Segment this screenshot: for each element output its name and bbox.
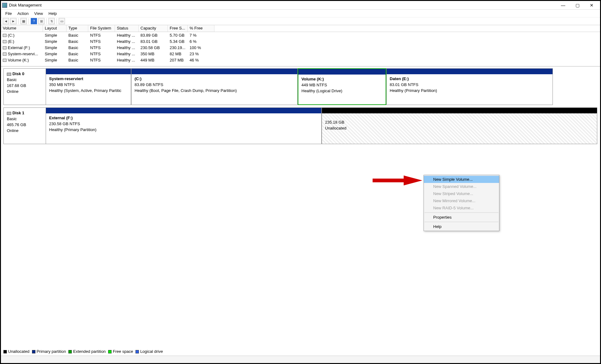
volume-list: Volume Layout Type File System Status Ca…: [1, 25, 600, 66]
disk-info[interactable]: Disk 0Basic167.68 GBOnline: [3, 68, 46, 105]
legend-unallocated-swatch: [3, 350, 7, 353]
partition[interactable]: (C:)83.89 GB NTFSHealthy (Boot, Page Fil…: [131, 68, 298, 105]
forward-button[interactable]: ►: [10, 18, 16, 24]
context-menu-separator: [424, 222, 498, 222]
partition-health: Healthy (Primary Partition): [49, 127, 318, 133]
partition-title: (C:): [135, 76, 294, 82]
volume-capacity: 83.01 GB: [139, 39, 168, 44]
legend-free-swatch: [108, 350, 112, 353]
volume-pct: 7 %: [188, 33, 214, 38]
context-menu-item: New Spanned Volume...: [424, 183, 499, 190]
col-freespace[interactable]: Free S...: [168, 25, 188, 32]
volume-row[interactable]: System-reservi...SimpleBasicNTFSHealthy …: [1, 51, 600, 57]
volume-name: (C:): [8, 33, 15, 38]
partition-color-bar: [322, 108, 597, 113]
refresh-button[interactable]: ↯: [48, 18, 55, 24]
close-button[interactable]: ✕: [585, 1, 599, 10]
volume-type: Basic: [67, 33, 88, 38]
volume-layout: Simple: [43, 39, 67, 44]
partition-health: Unallocated: [325, 125, 594, 131]
volume-pct: 6 %: [188, 39, 214, 44]
partition[interactable]: Volume (K:)449 MB NTFSHealthy (Logical D…: [298, 68, 386, 105]
volume-type: Basic: [67, 45, 88, 50]
partition[interactable]: System-reserviert350 MB NTFSHealthy (Sys…: [46, 68, 131, 105]
context-menu-item[interactable]: New Simple Volume...: [424, 176, 499, 183]
disk-row: Disk 0Basic167.68 GBOnlineSystem-reservi…: [3, 68, 598, 105]
col-type[interactable]: Type: [67, 25, 88, 32]
volume-name: System-reservi...: [8, 52, 38, 56]
volume-layout: Simple: [43, 33, 67, 38]
volume-row[interactable]: Volume (K:)SimpleBasicNTFSHealthy ...449…: [1, 57, 600, 63]
col-filesystem[interactable]: File System: [88, 25, 115, 32]
drive-icon: [3, 34, 7, 37]
context-menu-item: New RAID-5 Volume...: [424, 204, 499, 212]
volume-free: 82 MB: [168, 52, 188, 56]
drive-icon: [3, 40, 7, 43]
volume-layout: Simple: [43, 58, 67, 62]
volume-layout: Simple: [43, 52, 67, 56]
menu-action[interactable]: Action: [15, 11, 31, 16]
partition-health: Healthy (Boot, Page File, Crash Dump, Pr…: [135, 88, 294, 94]
drive-icon: [3, 46, 7, 49]
svg-marker-0: [373, 175, 422, 185]
volume-fs: NTFS: [88, 39, 115, 44]
properties-button[interactable]: ⊞: [38, 18, 44, 24]
volume-layout: Simple: [43, 45, 67, 50]
col-layout[interactable]: Layout: [43, 25, 67, 32]
back-button[interactable]: ◄: [3, 18, 9, 24]
menu-view[interactable]: View: [32, 11, 45, 16]
legend-logical-label: Logical drive: [140, 349, 163, 354]
volume-fs: NTFS: [88, 45, 115, 50]
partition[interactable]: External (F:)230.58 GB NTFSHealthy (Prim…: [46, 107, 322, 144]
volume-type: Basic: [67, 39, 88, 44]
volume-row[interactable]: (C:)SimpleBasicNTFSHealthy ...83.89 GB5.…: [1, 32, 600, 38]
context-menu-item[interactable]: Properties: [424, 214, 499, 221]
annotation-arrow-icon: [373, 175, 422, 185]
disk-icon: [7, 112, 11, 115]
legend-unallocated-label: Unallocated: [8, 349, 30, 354]
volume-row[interactable]: (E:)SimpleBasicNTFSHealthy ...83.01 GB5.…: [1, 38, 600, 44]
show-hide-tree-button[interactable]: ▦: [21, 18, 27, 24]
volume-name: External (F:): [8, 45, 30, 50]
col-pctfree[interactable]: % Free: [188, 25, 214, 32]
help-button[interactable]: ?: [31, 18, 37, 24]
volume-capacity: 230.58 GB: [139, 45, 168, 50]
volume-fs: NTFS: [88, 33, 115, 38]
context-menu-item[interactable]: Help: [424, 223, 499, 230]
context-menu-item: New Mirrored Volume...: [424, 197, 499, 204]
drive-icon: [3, 59, 7, 62]
partition[interactable]: Daten (E:)83.01 GB NTFSHealthy (Primary …: [386, 68, 553, 105]
status-bar: [1, 356, 600, 363]
partition-color-bar: [46, 108, 321, 113]
partition-health: Healthy (Logical Drive): [301, 88, 383, 94]
context-menu-separator: [424, 212, 498, 213]
partition-unallocated[interactable]: 235.18 GBUnallocated: [322, 107, 597, 144]
volume-status: Healthy ...: [115, 33, 139, 38]
menu-file[interactable]: File: [3, 11, 14, 16]
menubar: File Action View Help: [1, 10, 600, 17]
col-volume[interactable]: Volume: [1, 25, 43, 32]
context-menu: New Simple Volume...New Spanned Volume..…: [424, 175, 499, 231]
volume-name: Volume (K:): [8, 58, 29, 62]
volume-pct: 23 %: [188, 52, 214, 56]
col-status[interactable]: Status: [115, 25, 139, 32]
legend: Unallocated Primary partition Extended p…: [3, 349, 163, 354]
volume-capacity: 83.89 GB: [139, 33, 168, 38]
volume-status: Healthy ...: [115, 45, 139, 50]
partition-sub: 83.89 GB NTFS: [135, 82, 294, 88]
menu-help[interactable]: Help: [46, 11, 59, 16]
titlebar: Disk Management — ▢ ✕: [1, 1, 600, 10]
disk-state: Online: [7, 128, 43, 134]
legend-logical-swatch: [135, 350, 139, 353]
legend-extended-swatch: [68, 350, 72, 353]
settings-button[interactable]: ▭: [59, 18, 65, 24]
maximize-button[interactable]: ▢: [570, 1, 585, 10]
partition-sub: 235.18 GB: [325, 120, 594, 125]
minimize-button[interactable]: —: [556, 1, 570, 10]
partition-health: Healthy (System, Active, Primary Partiti…: [49, 88, 128, 94]
col-capacity[interactable]: Capacity: [139, 25, 168, 32]
disk-info[interactable]: Disk 1Basic465.76 GBOnline: [3, 107, 46, 144]
volume-row[interactable]: External (F:)SimpleBasicNTFSHealthy ...2…: [1, 44, 600, 51]
legend-primary-label: Primary partition: [37, 349, 66, 354]
disk-name-label: Disk 0: [12, 71, 24, 76]
